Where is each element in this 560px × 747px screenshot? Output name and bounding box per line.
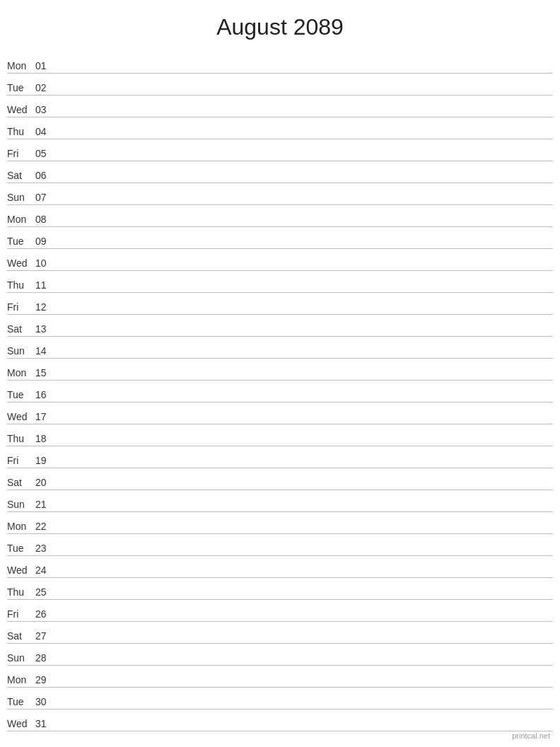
day-number: 10	[35, 257, 55, 269]
day-number: 25	[35, 586, 55, 598]
day-number: 09	[35, 236, 55, 247]
day-row: Wed17	[7, 403, 553, 424]
day-number: 30	[35, 696, 55, 707]
day-name: Mon	[7, 521, 35, 532]
day-name: Thu	[7, 279, 35, 291]
day-name: Tue	[7, 696, 35, 707]
day-row: Sat20	[7, 468, 553, 490]
day-number: 05	[35, 148, 55, 159]
day-row: Tue02	[7, 74, 553, 95]
day-row: Fri12	[7, 293, 553, 315]
day-number: 07	[35, 192, 55, 203]
day-number: 27	[35, 630, 55, 642]
day-row: Mon01	[7, 52, 553, 74]
day-name: Tue	[7, 82, 35, 93]
day-number: 06	[35, 170, 55, 181]
day-name: Thu	[7, 126, 35, 137]
day-number: 17	[35, 411, 55, 422]
day-row: Sun07	[7, 183, 553, 205]
day-row: Wed24	[7, 556, 553, 578]
day-number: 21	[35, 499, 55, 510]
day-row: Thu25	[7, 578, 553, 600]
day-name: Wed	[7, 411, 35, 422]
day-number: 04	[35, 126, 55, 137]
day-number: 15	[35, 367, 55, 378]
day-name: Sun	[7, 499, 35, 510]
day-row: Mon08	[7, 205, 553, 227]
day-row: Sun28	[7, 644, 553, 666]
day-name: Sat	[7, 170, 35, 181]
day-number: 20	[35, 477, 55, 488]
footer-label: printcal.net	[512, 731, 550, 740]
day-name: Fri	[7, 301, 35, 313]
day-name: Mon	[7, 60, 35, 71]
day-row: Fri26	[7, 600, 553, 622]
day-row: Thu11	[7, 271, 553, 293]
day-number: 14	[35, 345, 55, 357]
day-row: Mon22	[7, 512, 553, 534]
day-number: 24	[35, 564, 55, 576]
day-number: 16	[35, 389, 55, 400]
day-number: 13	[35, 323, 55, 335]
day-row: Mon15	[7, 359, 553, 381]
day-name: Fri	[7, 455, 35, 466]
day-name: Sun	[7, 345, 35, 357]
day-row: Tue30	[7, 688, 553, 710]
day-row: Wed10	[7, 249, 553, 271]
calendar-container: Mon01Tue02Wed03Thu04Fri05Sat06Sun07Mon08…	[0, 52, 560, 731]
day-row: Mon29	[7, 666, 553, 688]
day-row: Sat13	[7, 315, 553, 337]
day-number: 31	[35, 718, 55, 729]
day-number: 02	[35, 82, 55, 93]
day-number: 19	[35, 455, 55, 466]
day-name: Fri	[7, 608, 35, 620]
day-row: Sun21	[7, 490, 553, 512]
day-name: Sat	[7, 323, 35, 335]
day-name: Mon	[7, 674, 35, 685]
day-number: 23	[35, 543, 55, 554]
day-name: Tue	[7, 236, 35, 247]
day-name: Mon	[7, 367, 35, 378]
day-name: Sat	[7, 477, 35, 488]
day-number: 28	[35, 652, 55, 664]
day-name: Sun	[7, 192, 35, 203]
day-name: Wed	[7, 718, 35, 729]
day-number: 08	[35, 214, 55, 225]
day-number: 26	[35, 608, 55, 620]
day-name: Wed	[7, 104, 35, 115]
day-name: Sat	[7, 630, 35, 642]
day-row: Wed31	[7, 710, 553, 731]
day-number: 01	[35, 60, 55, 71]
day-name: Sun	[7, 652, 35, 664]
day-number: 18	[35, 433, 55, 444]
day-name: Fri	[7, 148, 35, 159]
day-row: Sun14	[7, 337, 553, 359]
day-row: Fri05	[7, 139, 553, 161]
day-name: Thu	[7, 433, 35, 444]
day-row: Tue23	[7, 534, 553, 556]
day-number: 29	[35, 674, 55, 685]
day-row: Tue09	[7, 227, 553, 249]
day-number: 12	[35, 301, 55, 313]
day-name: Thu	[7, 586, 35, 598]
day-row: Thu04	[7, 117, 553, 139]
day-row: Wed03	[7, 95, 553, 117]
day-row: Fri19	[7, 446, 553, 468]
day-name: Tue	[7, 389, 35, 400]
day-name: Wed	[7, 564, 35, 576]
day-row: Sat06	[7, 161, 553, 183]
day-row: Sat27	[7, 622, 553, 644]
day-name: Mon	[7, 214, 35, 225]
day-number: 03	[35, 104, 55, 115]
day-name: Tue	[7, 543, 35, 554]
day-row: Tue16	[7, 381, 553, 403]
page-title: August 2089	[0, 0, 560, 52]
day-number: 11	[35, 279, 55, 291]
day-name: Wed	[7, 257, 35, 269]
day-row: Thu18	[7, 424, 553, 446]
day-number: 22	[35, 521, 55, 532]
